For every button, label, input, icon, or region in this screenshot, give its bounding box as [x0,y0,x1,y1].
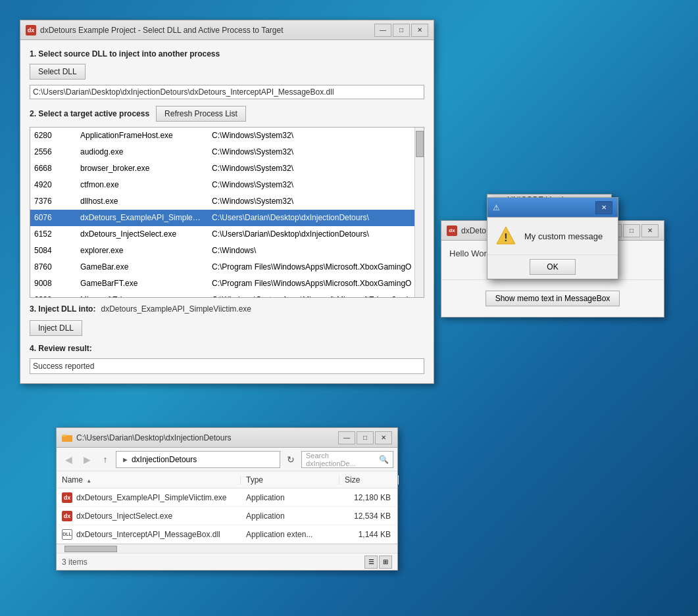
process-name: GameBarFT.exe [76,275,208,292]
process-row[interactable]: 4920 ctfmon.exe C:\Windows\System32\ [30,177,424,193]
main-titlebar: dx dxDetours Example Project - Select DL… [20,20,434,40]
step2-label: 2. Select a target active process [30,109,149,118]
process-pid: 6668 [30,160,76,177]
titlebar-buttons: — □ ✕ [374,24,428,37]
warning-message: My custom message [524,231,603,241]
explorer-nav: ◀ ▶ ↑ ► dxInjectionDetours ↻ Search dxIn… [57,448,397,471]
main-content: 1. Select source DLL to inject into anot… [20,40,434,383]
process-row[interactable]: 8760 GameBar.exe C:\Program Files\Window… [30,259,424,275]
close-button[interactable]: ✕ [411,24,428,37]
process-path: C:\Program Files\WindowsApps\Microsoft.X… [208,259,424,275]
horizontal-scrollbar[interactable] [57,544,397,553]
process-name: dllhost.exe [76,193,208,210]
ok-button[interactable]: OK [530,259,576,275]
file-size-cell: 1,144 KB [339,530,399,539]
dxdetours-maximize-button[interactable]: □ [623,224,640,237]
process-row[interactable]: 6668 browser_broker.exe C:\Windows\Syste… [30,160,424,177]
process-name: audiodg.exe [76,144,208,160]
process-pid: 8760 [30,259,76,275]
inject-dll-button[interactable]: Inject DLL [30,320,82,336]
inject-target-text: dxDetours_ExampleAPI_SimpleViictim.exe [101,304,251,314]
inject-row: 3. Inject DLL into: dxDetours_ExampleAPI… [30,304,424,314]
process-path: C:\Windows\ [208,243,424,259]
process-list-scrollbar[interactable] [414,128,424,297]
file-name: dxDetours_ExampleAPI_SimpleViictim.exe [76,493,227,502]
process-list-container[interactable]: 6280 ApplicationFrameHost.exe C:\Windows… [30,127,424,298]
warning-close-button[interactable]: ✕ [595,201,612,214]
nav-refresh-button[interactable]: ↻ [283,452,299,467]
process-path: C:\Windows\System32\ [208,177,424,193]
explorer-minimize-button[interactable]: — [338,431,355,444]
explorer-maximize-button[interactable]: □ [357,431,374,444]
file-type-cell: Application [241,493,339,502]
process-row[interactable]: 5084 explorer.exe C:\Windows\ [30,243,424,259]
header-size: Size [339,475,399,485]
process-row[interactable]: 6328 MicrosoftEdge.exe C:\Windows\System… [30,292,424,298]
process-row[interactable]: 7376 dllhost.exe C:\Windows\System32\ [30,193,424,210]
dll-icon: DLL [62,529,72,540]
explorer-files: Name ▲ Type Size dxdxDetours_ExampleAPI_… [57,471,397,544]
dxdetours-icon: dx [447,225,457,236]
process-row[interactable]: 2556 audiodg.exe C:\Windows\System32\ [30,144,424,160]
explorer-title: C:\Users\Darian\Desktop\dxInjectionDetou… [76,433,338,442]
search-icon: 🔍 [379,455,389,464]
file-name: dxDetours_InterceptAPI_MessageBox.dll [76,530,220,539]
explorer-window: C:\Users\Darian\Desktop\dxInjectionDetou… [56,427,398,571]
process-pid: 6152 [30,226,76,243]
file-row[interactable]: DLLdxDetours_InterceptAPI_MessageBox.dll… [57,525,397,544]
file-row[interactable]: dxdxDetours_ExampleAPI_SimpleViictim.exe… [57,488,397,507]
process-row[interactable]: 9008 GameBarFT.exe C:\Program Files\Wind… [30,275,424,292]
select-dll-button[interactable]: Select DLL [30,64,86,80]
list-view-button[interactable]: ☰ [364,556,378,569]
svg-rect-1 [62,435,66,437]
process-name: ApplicationFrameHost.exe [76,128,208,144]
search-bar[interactable]: Search dxInjectionDe... 🔍 [301,451,393,468]
folder-icon [62,433,72,443]
process-path: C:\Windows\SystemApps\Microsoft.Microsof… [208,292,424,298]
show-memo-button[interactable]: Show memo text in MessageBox [486,291,620,306]
minimize-button[interactable]: — [374,24,391,37]
dll-path-input[interactable] [30,85,424,99]
process-pid: 2556 [30,144,76,160]
search-text: Search dxInjectionDe... [306,452,379,467]
process-pid: 7376 [30,193,76,210]
main-window: dx dxDetours Example Project - Select DL… [20,20,434,384]
address-bar[interactable]: ► dxInjectionDetours [116,451,280,468]
process-name: MicrosoftEdge.exe [76,292,208,298]
back-button[interactable]: ◀ [61,452,76,467]
process-row[interactable]: 6152 dxDetours_InjectSelect.exe C:\Users… [30,226,424,243]
warning-triangle-icon: ! [495,225,516,247]
warning-dialog: ⚠ ✕ ! My custom message OK [487,197,618,279]
process-path: C:\Program Files\WindowsApps\Microsoft.X… [208,275,424,292]
details-view-button[interactable]: ⊞ [379,556,392,569]
step2-row: 2. Select a target active process Refres… [30,106,424,122]
warning-title: ⚠ [493,203,595,212]
breadcrumb-folder: dxInjectionDetours [132,455,197,464]
maximize-button[interactable]: □ [393,24,410,37]
up-button[interactable]: ↑ [97,452,113,467]
file-row[interactable]: dxdxDetours_InjectSelect.exe Application… [57,507,397,525]
forward-button[interactable]: ▶ [79,452,95,467]
main-window-title: dxDetours Example Project - Select DLL a… [40,26,374,35]
file-name-cell: dxdxDetours_InjectSelect.exe [57,511,241,521]
warning-footer: OK [487,254,618,279]
process-path: C:\Users\Darian\Desktop\dxInjectionDetou… [208,226,424,243]
process-pid: 4920 [30,177,76,193]
process-name: dxDetours_InjectSelect.exe [76,226,208,243]
dxdetours-close-button[interactable]: ✕ [641,224,659,237]
process-row[interactable]: 6076 dxDetours_ExampleAPI_SimpleViictim.… [30,210,424,226]
explorer-close-button[interactable]: ✕ [375,431,392,444]
h-scrollbar-thumb [64,546,117,552]
refresh-process-button[interactable]: Refresh Process List [156,106,246,122]
process-path: C:\Windows\System32\ [208,160,424,177]
step4-label: 4. Review result: [30,344,424,353]
process-name: ctfmon.exe [76,177,208,193]
process-list: 6280 ApplicationFrameHost.exe C:\Windows… [30,128,424,298]
result-input [30,358,424,374]
breadcrumb-separator: ► [122,456,129,463]
process-row[interactable]: 6280 ApplicationFrameHost.exe C:\Windows… [30,128,424,144]
process-path: C:\Windows\System32\ [208,128,424,144]
file-size-cell: 12,534 KB [339,511,399,521]
warning-content: ! My custom message [487,218,618,254]
file-size-cell: 12,180 KB [339,493,399,502]
